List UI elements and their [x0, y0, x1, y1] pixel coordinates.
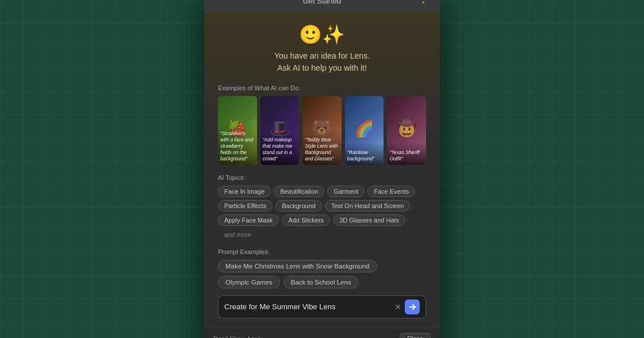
prompt-tag-school[interactable]: Back to School Lens	[283, 276, 359, 289]
prompt-tag-christmas[interactable]: Make Me Christmas Lens with Snow Backgro…	[218, 260, 377, 272]
hero-icon: 🙂✨	[218, 24, 426, 45]
example-card-5[interactable]: 🤠 "Texas Sheriff Outfit"	[387, 96, 426, 165]
topic-tag-add-stickers[interactable]: Add Stickers	[282, 214, 330, 226]
topic-tag-beautification[interactable]: Beautification	[274, 186, 324, 197]
card-1-label: "Strawberry with a face and strawberry f…	[218, 124, 257, 164]
example-card-1[interactable]: 🍓 "Strawberry with a face and strawberry…	[218, 96, 257, 165]
topic-tag-text-on-head[interactable]: Text On Head and Screen	[325, 200, 411, 212]
hero-text-line2: Ask AI to help you with it!	[218, 62, 426, 74]
get-started-dialog: Get Started ✦ ✦ ✦ ✦ 🙂✨ You have an idea …	[204, 0, 440, 338]
card-2-label: "Add makeup that make me stand out in a …	[260, 130, 300, 164]
example-card-2[interactable]: 🎩 "Add makeup that make me stand out in …	[260, 96, 300, 165]
hero-section: 🙂✨ You have an idea for Lens. Ask AI to …	[218, 24, 426, 74]
dialog-titlebar: Get Started	[204, 0, 440, 12]
topic-tag-particle-effects[interactable]: Particle Effects	[218, 200, 273, 212]
card-5-label: "Texas Sheriff Outfit"	[387, 143, 426, 164]
topic-tag-apply-face-mask[interactable]: Apply Face Mask	[218, 214, 279, 226]
prompt-input[interactable]	[224, 302, 391, 311]
close-button[interactable]: Close	[400, 333, 431, 339]
prompt-tags: Make Me Christmas Lens with Snow Backgro…	[218, 260, 426, 289]
dont-show-again-button[interactable]: Don't Show Again	[213, 335, 263, 339]
hero-text-line1: You have an idea for Lens.	[218, 50, 426, 62]
prompt-tag-olympic[interactable]: Olympic Games	[218, 276, 280, 289]
topic-tag-garment[interactable]: Garment	[327, 186, 365, 197]
prompt-examples-section: Prompt Examples: Make Me Christmas Lens …	[218, 248, 426, 289]
topic-tag-more[interactable]: and more	[218, 229, 257, 240]
clear-icon[interactable]: ✕	[394, 303, 401, 311]
topic-tag-3d-glasses[interactable]: 3D Glasses and Hats	[333, 214, 405, 226]
example-card-3[interactable]: 🐻 "Teddy Bear Style Lens with Background…	[302, 96, 342, 165]
ai-topics-label: AI Topics:	[218, 174, 426, 181]
topic-tag-background[interactable]: Background	[275, 200, 322, 212]
send-button[interactable]	[405, 299, 420, 314]
example-card-4[interactable]: 🌈 "Rainbow background"	[345, 96, 384, 165]
dialog-body: ✦ ✦ ✦ ✦ 🙂✨ You have an idea for Lens. As…	[204, 12, 440, 328]
ai-topics-tags: Face In Image Beautification Garment Fac…	[218, 186, 426, 240]
examples-row: 🍓 "Strawberry with a face and strawberry…	[218, 96, 426, 165]
ai-topics-section: AI Topics: Face In Image Beautification …	[218, 174, 426, 240]
examples-label: Examples of What AI can Do:	[218, 84, 426, 91]
card-4-label: "Rainbow background"	[345, 143, 384, 164]
card-3-label: "Teddy Bear Style Lens with Background a…	[302, 130, 342, 164]
dialog-title: Get Started	[303, 0, 341, 5]
prompt-examples-label: Prompt Examples:	[218, 248, 426, 255]
input-row: ✕	[218, 295, 426, 318]
topic-tag-face-events[interactable]: Face Events	[367, 186, 415, 197]
dialog-footer: Don't Show Again Close	[204, 328, 440, 339]
topic-tag-face-in-image[interactable]: Face In Image	[218, 186, 271, 197]
card-5-icon: 🤠	[397, 119, 417, 138]
card-4-icon: 🌈	[354, 119, 374, 138]
